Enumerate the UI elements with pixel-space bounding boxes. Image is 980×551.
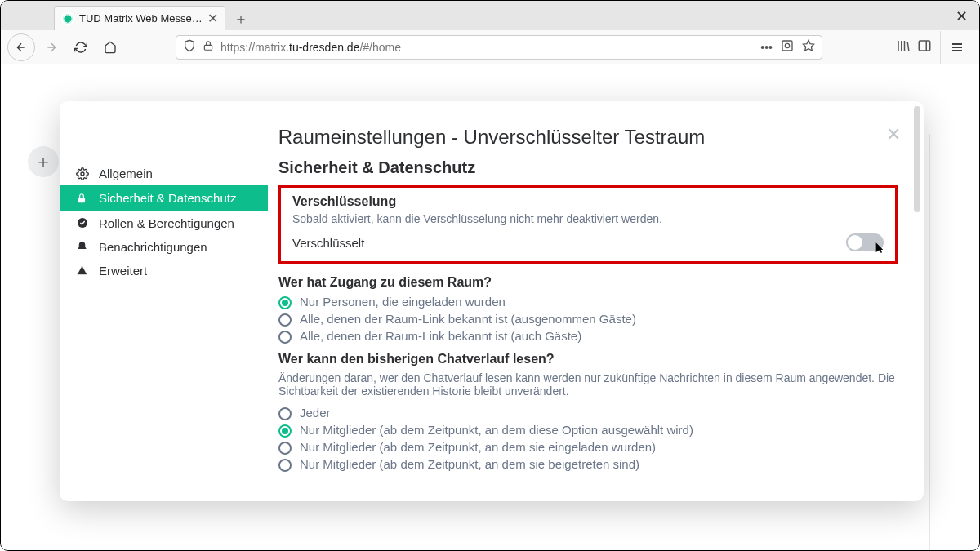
access-option-2[interactable]: Alle, denen der Raum-Link bekannt ist (a… [278,329,898,344]
sidebar-icon[interactable] [917,38,932,56]
access-option-1[interactable]: Alle, denen der Raum-Link bekannt ist (a… [278,312,898,327]
svg-marker-4 [803,40,813,51]
radio-icon [278,296,292,309]
radio-label: Alle, denen der Raum-Link bekannt ist (a… [300,312,636,326]
url-host: tu-dresden.de [289,41,359,54]
forward-button [38,34,65,60]
url-text: https://matrix.tu-dresden.de/#/home [220,41,754,54]
svg-rect-2 [782,41,792,51]
section-heading: Sicherheit & Datenschutz [278,158,898,177]
encryption-section: Verschlüsselung Sobald aktiviert, kann d… [278,185,898,264]
window-close-icon[interactable]: ✕ [956,7,968,25]
scrollbar[interactable] [914,106,920,212]
history-option-0[interactable]: Jeder [278,406,898,420]
radio-label: Nur Mitglieder (ab dem Zeitpunkt, an dem… [300,440,656,454]
lock-icon [76,193,91,204]
favicon-icon [61,12,74,25]
svg-rect-5 [919,41,930,51]
room-settings-modal: ✕ Raumeinstellungen - Unverschlüsselter … [60,101,924,501]
radio-icon [278,442,292,455]
toggle-label: Verschlüsselt [292,236,364,250]
browser-tab[interactable]: TUD Matrix Web Messenger ✕ [54,6,225,30]
bell-icon [76,241,91,253]
toggle-handle [848,235,862,250]
radio-icon [278,313,292,327]
sidebar-item-security[interactable]: Sicherheit & Datenschutz [60,185,268,211]
new-tab-button[interactable]: ＋ [229,7,253,30]
app-menu-button[interactable] [940,31,973,64]
radio-label: Jeder [300,406,331,420]
lock-icon [203,40,214,54]
history-option-2[interactable]: Nur Mitglieder (ab dem Zeitpunkt, an dem… [278,440,898,455]
history-option-3[interactable]: Nur Mitglieder (ab dem Zeitpunkt, an dem… [278,457,898,472]
radio-label: Nur Mitglieder (ab dem Zeitpunkt, an dem… [300,423,693,437]
tab-strip: TUD Matrix Web Messenger ✕ ＋ [1,1,979,30]
history-question: Wer kann den bisherigen Chatverlauf lese… [278,352,898,367]
settings-sidebar: Allgemein Sicherheit & Datenschutz Rolle… [60,158,272,501]
radio-icon [278,407,292,420]
sidebar-item-label: Erweitert [99,264,147,278]
radio-icon [278,331,292,344]
divider [929,134,930,550]
radio-label: Nur Mitglieder (ab dem Zeitpunkt, an dem… [300,457,639,471]
history-option-1[interactable]: Nur Mitglieder (ab dem Zeitpunkt, an dem… [278,423,898,438]
history-desc: Änderungen daran, wer den Chatverlauf le… [278,371,898,398]
url-bar[interactable]: https://matrix.tu-dresden.de/#/home ••• [176,35,822,60]
modal-close-button[interactable]: ✕ [886,124,901,145]
radio-icon [278,459,292,472]
browser-chrome: ✕ TUD Matrix Web Messenger ✕ ＋ [1,1,979,64]
modal-title: Raumeinstellungen - Unverschlüsselter Te… [60,101,924,158]
tab-close-icon[interactable]: ✕ [207,11,218,26]
cursor-icon [872,242,885,258]
url-path: /#/home [359,41,401,54]
radio-icon [278,424,292,438]
block-icon[interactable] [781,39,794,55]
warning-icon [76,264,91,277]
sidebar-item-label: Benachrichtigungen [99,240,207,254]
shield-icon [183,39,196,55]
add-button[interactable]: ＋ [28,146,59,177]
sidebar-item-label: Allgemein [99,167,153,180]
sidebar-item-roles[interactable]: Rollen & Berechtigungen [68,211,272,235]
svg-point-8 [78,218,87,228]
access-option-0[interactable]: Nur Personen, die eingeladen wurden [278,295,898,309]
encryption-title: Verschlüsselung [292,194,884,209]
sidebar-item-advanced[interactable]: Erweitert [68,259,272,282]
settings-content: Sicherheit & Datenschutz Verschlüsselung… [272,158,924,501]
sidebar-item-notifications[interactable]: Benachrichtigungen [68,235,272,259]
svg-rect-7 [78,198,85,202]
svg-point-3 [785,43,789,47]
svg-rect-1 [204,45,212,50]
gear-icon [76,167,91,180]
back-button[interactable] [7,33,35,61]
page-actions-icon[interactable]: ••• [760,41,773,54]
radio-label: Nur Personen, die eingeladen wurden [300,295,506,309]
encryption-toggle[interactable] [846,233,884,251]
access-question: Wer hat Zugang zu diesem Raum? [278,275,898,290]
radio-label: Alle, denen der Raum-Link bekannt ist (a… [300,329,581,343]
library-icon[interactable] [896,38,911,56]
reload-button[interactable] [68,34,94,60]
sidebar-item-label: Rollen & Berechtigungen [99,216,234,230]
encryption-desc: Sobald aktiviert, kann die Verschlüsselu… [292,212,884,225]
url-prefix: https://matrix. [220,41,289,54]
sidebar-item-label: Sicherheit & Datenschutz [99,190,236,207]
sidebar-item-general[interactable]: Allgemein [68,162,272,185]
bookmark-icon[interactable] [802,39,815,55]
tab-title: TUD Matrix Web Messenger [79,12,203,24]
badge-icon [76,216,91,229]
left-rail: ＋ [25,146,61,177]
nav-bar: https://matrix.tu-dresden.de/#/home ••• [1,30,979,64]
home-button[interactable] [97,34,123,60]
svg-point-6 [81,172,84,176]
